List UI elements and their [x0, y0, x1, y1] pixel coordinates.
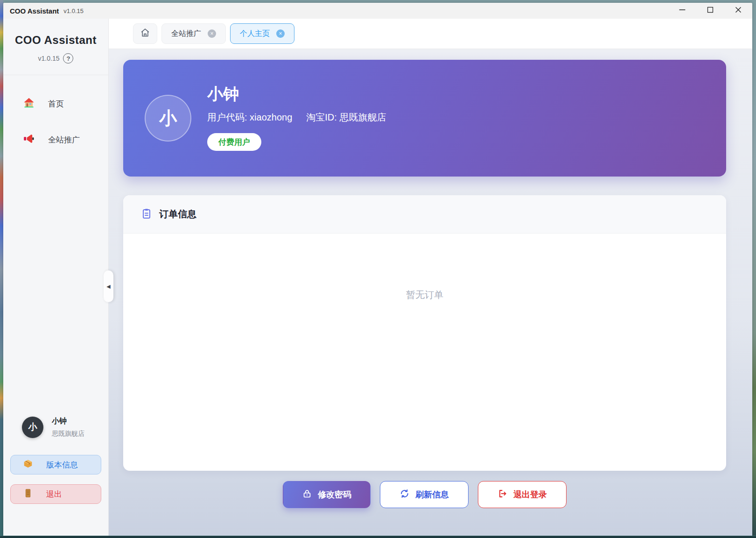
content-inner: 小 小钟 用户代码: xiaozhong 淘宝ID: 思既旗舰店 付费用户 — [123, 60, 726, 508]
lock-icon — [302, 488, 312, 501]
refresh-icon — [399, 488, 410, 501]
logout-icon — [497, 488, 508, 501]
refresh-info-button[interactable]: 刷新信息 — [380, 481, 469, 508]
taobao-id: 淘宝ID: 思既旗舰店 — [306, 111, 386, 124]
desktop-edge-right — [752, 0, 756, 538]
sidebar-item-home[interactable]: 首页 — [3, 93, 108, 115]
minimize-icon — [677, 5, 687, 17]
window-version: v1.0.15 — [63, 7, 84, 14]
tab-close-icon[interactable]: × — [208, 29, 216, 38]
sidebar-item-label: 全站推广 — [48, 134, 80, 145]
exit-button[interactable]: 退出 — [10, 484, 101, 504]
sidebar-collapse-handle[interactable]: ◀ — [104, 270, 113, 302]
user-code: 用户代码: xiaozhong — [207, 111, 292, 124]
help-icon[interactable]: ? — [63, 53, 73, 64]
main-area: 全站推广 × 个人主页 × 小 小钟 用户代码: x — [109, 19, 752, 536]
change-password-button[interactable]: 修改密码 — [283, 481, 371, 508]
sidebar-version-row: v1.0.15 ? — [3, 53, 108, 64]
close-button[interactable] — [724, 3, 752, 19]
order-card-title: 订单信息 — [159, 208, 196, 220]
hero-avatar: 小 — [145, 95, 191, 142]
tab-label: 全站推广 — [171, 29, 201, 39]
tab-label: 个人主页 — [240, 29, 270, 39]
profile-hero-card: 小 小钟 用户代码: xiaozhong 淘宝ID: 思既旗舰店 付费用户 — [123, 60, 726, 177]
app-body: COO Assistant v1.0.15 ? — [3, 19, 752, 536]
content-area: 小 小钟 用户代码: xiaozhong 淘宝ID: 思既旗舰店 付费用户 — [109, 49, 752, 536]
hero-info-row: 用户代码: xiaozhong 淘宝ID: 思既旗舰店 — [207, 111, 386, 124]
refresh-info-label: 刷新信息 — [415, 489, 449, 500]
desktop-edge-left — [0, 0, 3, 538]
sidebar-header: COO Assistant v1.0.15 ? — [3, 19, 108, 75]
tab-close-icon[interactable]: × — [276, 29, 285, 38]
home-colored-icon — [23, 97, 35, 111]
logout-label: 退出登录 — [513, 489, 547, 500]
tab-promotion[interactable]: 全站推广 × — [161, 23, 226, 44]
sidebar-app-title: COO Assistant — [3, 34, 108, 47]
sidebar-profile: 小 小钟 思既旗舰店 — [10, 417, 101, 438]
logout-button[interactable]: 退出登录 — [478, 481, 567, 508]
hero-name: 小钟 — [207, 85, 386, 103]
order-info-card: 订单信息 暂无订单 — [123, 195, 726, 471]
door-icon — [23, 488, 33, 501]
version-info-button[interactable]: 版本信息 — [10, 455, 101, 474]
maximize-icon — [705, 5, 715, 17]
megaphone-icon — [23, 133, 35, 147]
sidebar-bottom: 小 小钟 思既旗舰店 版本信息 — [3, 417, 108, 536]
paid-user-badge: 付费用户 — [207, 133, 261, 151]
change-password-label: 修改密码 — [318, 489, 351, 500]
maximize-button[interactable] — [696, 3, 724, 19]
profile-name: 小钟 — [52, 417, 84, 426]
sidebar-profile-text: 小钟 思既旗舰店 — [52, 417, 84, 438]
sidebar-item-label: 首页 — [48, 99, 64, 109]
exit-label: 退出 — [46, 489, 62, 500]
sidebar-nav: 首页 全站推广 — [3, 93, 108, 151]
avatar: 小 — [22, 417, 43, 438]
sidebar-version-label: v1.0.15 — [38, 55, 60, 62]
window-title: COO Assistant — [10, 7, 59, 15]
sidebar-item-promotion[interactable]: 全站推广 — [3, 129, 108, 151]
home-outline-icon — [140, 28, 150, 40]
empty-orders-text: 暂无订单 — [123, 289, 726, 301]
app-window: COO Assistant v1.0.15 CO — [3, 3, 752, 536]
sidebar: COO Assistant v1.0.15 ? — [3, 19, 109, 536]
clipboard-icon — [141, 208, 152, 221]
order-card-body: 暂无订单 — [123, 234, 726, 471]
tab-home[interactable] — [133, 23, 157, 44]
window-controls — [668, 3, 752, 19]
profile-shop: 思既旗舰店 — [52, 430, 84, 438]
tabbar: 全站推广 × 个人主页 × — [109, 19, 752, 49]
close-icon — [733, 5, 743, 17]
package-icon — [23, 459, 33, 471]
version-info-label: 版本信息 — [46, 460, 78, 470]
titlebar: COO Assistant v1.0.15 — [3, 3, 752, 19]
hero-text: 小钟 用户代码: xiaozhong 淘宝ID: 思既旗舰店 付费用户 — [207, 85, 386, 151]
desktop-edge-bottom — [0, 536, 756, 538]
chevron-left-icon: ◀ — [106, 283, 110, 290]
order-card-header: 订单信息 — [123, 195, 726, 234]
footer-actions: 修改密码 刷新信息 — [123, 481, 726, 508]
minimize-button[interactable] — [668, 3, 696, 19]
tab-profile[interactable]: 个人主页 × — [230, 23, 294, 44]
